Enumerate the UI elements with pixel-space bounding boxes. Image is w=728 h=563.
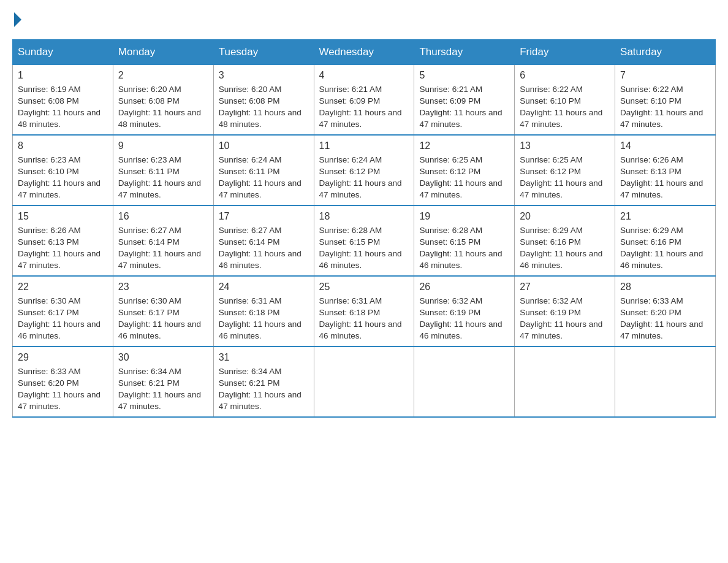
calendar-cell: 31 Sunrise: 6:34 AM Sunset: 6:21 PM Dayl…: [213, 347, 314, 417]
daylight-label: Daylight: 11 hours and 46 minutes.: [18, 320, 100, 340]
day-number: 21: [620, 210, 710, 223]
sunrise-label: Sunrise: 6:32 AM: [520, 296, 583, 305]
daylight-label: Daylight: 11 hours and 47 minutes.: [219, 390, 301, 411]
sunset-label: Sunset: 6:21 PM: [219, 378, 280, 388]
sunset-label: Sunset: 6:19 PM: [419, 308, 480, 317]
daylight-label: Daylight: 11 hours and 47 minutes.: [18, 249, 100, 270]
day-number: 16: [118, 210, 208, 223]
calendar-cell: [515, 347, 615, 417]
day-of-week-header: Sunday: [13, 40, 113, 65]
calendar-cell: 15 Sunrise: 6:26 AM Sunset: 6:13 PM Dayl…: [13, 205, 113, 276]
sunset-label: Sunset: 6:15 PM: [319, 237, 381, 247]
calendar-cell: 8 Sunrise: 6:23 AM Sunset: 6:10 PM Dayli…: [13, 135, 113, 205]
daylight-label: Daylight: 11 hours and 47 minutes.: [620, 108, 703, 129]
daylight-label: Daylight: 11 hours and 47 minutes.: [18, 390, 100, 411]
day-number: 5: [419, 69, 509, 82]
day-number: 11: [319, 139, 409, 153]
day-number: 8: [18, 139, 108, 153]
calendar-cell: 29 Sunrise: 6:33 AM Sunset: 6:20 PM Dayl…: [13, 347, 113, 417]
calendar-cell: 18 Sunrise: 6:28 AM Sunset: 6:15 PM Dayl…: [314, 205, 414, 276]
calendar-cell: 28 Sunrise: 6:33 AM Sunset: 6:20 PM Dayl…: [615, 276, 716, 347]
sunset-label: Sunset: 6:10 PM: [520, 96, 581, 105]
calendar-cell: 1 Sunrise: 6:19 AM Sunset: 6:08 PM Dayli…: [13, 65, 113, 135]
calendar-cell: 4 Sunrise: 6:21 AM Sunset: 6:09 PM Dayli…: [314, 65, 414, 135]
sunrise-label: Sunrise: 6:24 AM: [219, 155, 282, 164]
sunset-label: Sunset: 6:18 PM: [319, 308, 381, 317]
day-number: 28: [620, 280, 710, 294]
daylight-label: Daylight: 11 hours and 47 minutes.: [620, 178, 703, 199]
sunset-label: Sunset: 6:18 PM: [219, 308, 280, 317]
sunrise-label: Sunrise: 6:20 AM: [219, 85, 282, 94]
sunrise-label: Sunrise: 6:31 AM: [319, 296, 382, 305]
sunset-label: Sunset: 6:17 PM: [118, 308, 180, 317]
calendar-header-row: SundayMondayTuesdayWednesdayThursdayFrid…: [13, 40, 716, 65]
day-number: 4: [319, 69, 409, 82]
daylight-label: Daylight: 11 hours and 47 minutes.: [319, 108, 402, 129]
sunset-label: Sunset: 6:10 PM: [620, 96, 681, 105]
sunset-label: Sunset: 6:09 PM: [419, 96, 480, 105]
day-of-week-header: Tuesday: [213, 40, 314, 65]
calendar-cell: 14 Sunrise: 6:26 AM Sunset: 6:13 PM Dayl…: [615, 135, 716, 205]
day-of-week-header: Monday: [113, 40, 213, 65]
calendar-cell: [414, 347, 515, 417]
day-number: 30: [118, 351, 208, 364]
sunrise-label: Sunrise: 6:27 AM: [219, 226, 282, 235]
calendar-cell: 19 Sunrise: 6:28 AM Sunset: 6:15 PM Dayl…: [414, 205, 515, 276]
day-number: 31: [219, 351, 309, 364]
calendar-week-row: 22 Sunrise: 6:30 AM Sunset: 6:17 PM Dayl…: [13, 276, 716, 347]
daylight-label: Daylight: 11 hours and 47 minutes.: [118, 390, 201, 411]
sunset-label: Sunset: 6:08 PM: [219, 96, 280, 105]
sunrise-label: Sunrise: 6:22 AM: [620, 85, 683, 94]
daylight-label: Daylight: 11 hours and 47 minutes.: [419, 108, 502, 129]
calendar-cell: 25 Sunrise: 6:31 AM Sunset: 6:18 PM Dayl…: [314, 276, 414, 347]
sunrise-label: Sunrise: 6:21 AM: [319, 85, 382, 94]
sunrise-label: Sunrise: 6:29 AM: [520, 226, 583, 235]
daylight-label: Daylight: 11 hours and 46 minutes.: [419, 249, 502, 270]
page-header: [12, 12, 716, 27]
day-of-week-header: Wednesday: [314, 40, 414, 65]
daylight-label: Daylight: 11 hours and 46 minutes.: [319, 320, 402, 340]
day-of-week-header: Thursday: [414, 40, 515, 65]
day-number: 22: [18, 280, 108, 294]
sunset-label: Sunset: 6:12 PM: [419, 167, 480, 176]
sunset-label: Sunset: 6:20 PM: [620, 308, 681, 317]
sunset-label: Sunset: 6:19 PM: [520, 308, 581, 317]
day-number: 10: [219, 139, 309, 153]
calendar-cell: 20 Sunrise: 6:29 AM Sunset: 6:16 PM Dayl…: [515, 205, 615, 276]
sunrise-label: Sunrise: 6:33 AM: [18, 367, 81, 376]
daylight-label: Daylight: 11 hours and 48 minutes.: [18, 108, 100, 129]
sunset-label: Sunset: 6:09 PM: [319, 96, 381, 105]
sunrise-label: Sunrise: 6:20 AM: [118, 85, 181, 94]
sunset-label: Sunset: 6:17 PM: [18, 308, 79, 317]
calendar-cell: [615, 347, 716, 417]
daylight-label: Daylight: 11 hours and 47 minutes.: [319, 178, 402, 199]
calendar-cell: 2 Sunrise: 6:20 AM Sunset: 6:08 PM Dayli…: [113, 65, 213, 135]
calendar-table: SundayMondayTuesdayWednesdayThursdayFrid…: [12, 39, 716, 418]
sunrise-label: Sunrise: 6:25 AM: [520, 155, 583, 164]
day-number: 7: [620, 69, 710, 82]
calendar-cell: [314, 347, 414, 417]
calendar-cell: 13 Sunrise: 6:25 AM Sunset: 6:12 PM Dayl…: [515, 135, 615, 205]
day-number: 15: [18, 210, 108, 223]
calendar-cell: 6 Sunrise: 6:22 AM Sunset: 6:10 PM Dayli…: [515, 65, 615, 135]
daylight-label: Daylight: 11 hours and 47 minutes.: [219, 178, 301, 199]
day-number: 27: [520, 280, 610, 294]
sunrise-label: Sunrise: 6:19 AM: [18, 85, 81, 94]
sunset-label: Sunset: 6:20 PM: [18, 378, 79, 388]
day-number: 18: [319, 210, 409, 223]
daylight-label: Daylight: 11 hours and 46 minutes.: [118, 320, 201, 340]
sunset-label: Sunset: 6:12 PM: [520, 167, 581, 176]
calendar-cell: 23 Sunrise: 6:30 AM Sunset: 6:17 PM Dayl…: [113, 276, 213, 347]
daylight-label: Daylight: 11 hours and 46 minutes.: [419, 320, 502, 340]
calendar-cell: 26 Sunrise: 6:32 AM Sunset: 6:19 PM Dayl…: [414, 276, 515, 347]
sunrise-label: Sunrise: 6:30 AM: [118, 296, 181, 305]
calendar-cell: 3 Sunrise: 6:20 AM Sunset: 6:08 PM Dayli…: [213, 65, 314, 135]
sunset-label: Sunset: 6:08 PM: [118, 96, 180, 105]
day-number: 9: [118, 139, 208, 153]
day-number: 13: [520, 139, 610, 153]
day-number: 24: [219, 280, 309, 294]
sunrise-label: Sunrise: 6:32 AM: [419, 296, 482, 305]
sunrise-label: Sunrise: 6:28 AM: [319, 226, 382, 235]
daylight-label: Daylight: 11 hours and 47 minutes.: [118, 178, 201, 199]
day-number: 23: [118, 280, 208, 294]
